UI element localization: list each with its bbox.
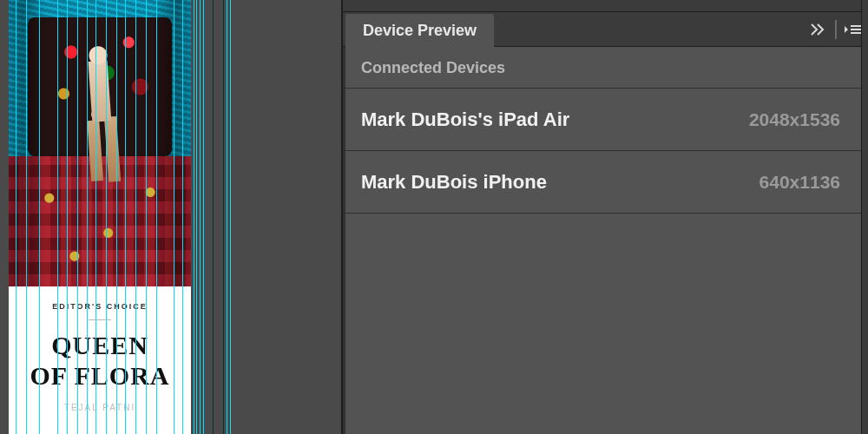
byline: TEJAL PATNI xyxy=(9,403,191,412)
device-resolution: 640x1136 xyxy=(760,172,840,193)
hero-image xyxy=(9,0,191,286)
tab-device-preview[interactable]: Device Preview xyxy=(345,14,494,47)
panel-body: Connected Devices Mark DuBois's iPad Air… xyxy=(345,47,861,434)
title-line-1: QUEEN xyxy=(51,331,148,359)
panel-tab-row: Device Preview xyxy=(343,12,868,47)
device-row[interactable]: Mark DuBois iPhone640x1136 xyxy=(345,151,861,214)
title-line-2: OF FLORA xyxy=(30,361,169,390)
device-row[interactable]: Mark DuBois's iPad Air2048x1536 xyxy=(345,89,861,151)
article-title: QUEEN OF FLORA xyxy=(9,331,191,391)
outer-guide-lines xyxy=(194,0,233,434)
device-name: Mark DuBois's iPad Air xyxy=(361,108,749,131)
article-text-block: EDITOR'S CHOICE QUEEN OF FLORA TEJAL PAT… xyxy=(9,286,191,434)
document-canvas[interactable]: EDITOR'S CHOICE QUEEN OF FLORA TEJAL PAT… xyxy=(0,0,234,434)
canvas-background xyxy=(234,0,343,434)
separator xyxy=(835,20,837,39)
collapse-panels-icon[interactable] xyxy=(809,20,828,39)
kicker-label: EDITOR'S CHOICE xyxy=(9,302,191,311)
device-preview-panel: Device Preview Connected Devices Mark Du… xyxy=(341,0,868,434)
divider-line xyxy=(89,319,111,320)
device-resolution: 2048x1536 xyxy=(749,109,840,130)
connected-devices-header: Connected Devices xyxy=(345,47,861,89)
mobile-page-preview: EDITOR'S CHOICE QUEEN OF FLORA TEJAL PAT… xyxy=(9,0,191,434)
device-name: Mark DuBois iPhone xyxy=(361,171,760,194)
panel-right-edge xyxy=(861,0,868,434)
panel-menu-icon[interactable] xyxy=(844,20,863,39)
panel-top-strip xyxy=(343,0,868,12)
